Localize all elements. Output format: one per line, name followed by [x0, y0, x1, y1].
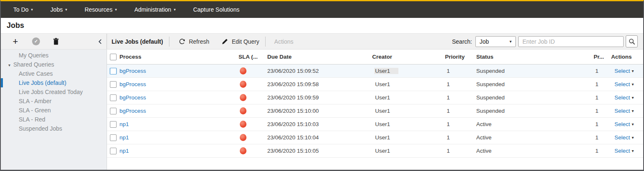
creator-cell: User1: [372, 134, 390, 141]
column-header-creator[interactable]: Creator: [372, 54, 445, 60]
process-link[interactable]: np1: [119, 121, 129, 127]
row-checkbox[interactable]: [110, 108, 117, 114]
pr-cell: 1: [594, 121, 599, 127]
select-all-checkbox[interactable]: [110, 54, 117, 60]
sidebar-query-item[interactable]: My Queries: [1, 51, 107, 60]
pr-cell: 1: [594, 81, 599, 87]
select-action-label: Select: [614, 134, 630, 141]
edit-query-button[interactable]: Edit Query: [222, 38, 259, 45]
nav-item-todo[interactable]: To Do ▾: [5, 1, 42, 18]
select-action-link[interactable]: Select: [614, 134, 630, 141]
sidebar-query-item[interactable]: SLA - Green: [1, 106, 107, 115]
process-link[interactable]: np1: [119, 148, 129, 154]
jobs-table: Process SLA (... Due Date Creator Priori…: [107, 50, 643, 170]
table-row: np1 23/06/2020 15:10:04 User1 1 Active 1…: [107, 131, 643, 144]
process-link[interactable]: bgProcess: [119, 81, 146, 87]
chevron-down-icon: ▾: [632, 69, 634, 73]
refresh-button[interactable]: Refresh: [179, 38, 209, 45]
pr-cell: 1: [594, 134, 599, 141]
content-body: My Queries ▾ Shared Queries Active Cases…: [1, 50, 643, 170]
search-type-dropdown[interactable]: Job ▾: [475, 36, 516, 47]
column-header-pr[interactable]: Pr...: [593, 54, 611, 60]
nav-item-jobs[interactable]: Jobs ▾: [42, 1, 76, 18]
status-cell: Suspended: [476, 108, 593, 114]
column-header-status[interactable]: Status: [476, 54, 593, 60]
select-action-link[interactable]: Select: [614, 81, 630, 87]
priority-cell: 1: [445, 68, 450, 74]
expand-caret-icon[interactable]: ▾: [8, 63, 10, 67]
sidebar-query-item[interactable]: Live Jobs Created Today: [1, 87, 107, 97]
search-type-value: Job: [480, 38, 489, 45]
status-cell: Active: [476, 134, 593, 141]
process-link[interactable]: bgProcess: [119, 94, 146, 101]
status-cell: Active: [476, 148, 593, 154]
priority-cell: 1: [445, 81, 450, 87]
toolbar-main-group: Live Jobs (default) Refresh Edit Query A…: [107, 34, 643, 49]
creator-cell: User1: [374, 68, 398, 74]
column-header-due-date[interactable]: Due Date: [267, 54, 372, 60]
sidebar-query-item[interactable]: Live Jobs (default): [1, 78, 107, 87]
chevron-down-icon: ▾: [632, 135, 634, 140]
sidebar-query-item[interactable]: Active Cases: [1, 69, 107, 78]
nav-item-label: Capture Solutions: [193, 6, 239, 13]
toolbar-left-group: + ✓: [1, 34, 107, 49]
sidebar-query-item[interactable]: SLA - Red: [1, 115, 107, 124]
delete-button[interactable]: [53, 38, 59, 45]
refresh-label: Refresh: [189, 38, 209, 45]
collapse-sidebar-button[interactable]: [98, 34, 102, 49]
status-cell: Suspended: [476, 94, 593, 101]
select-action-link[interactable]: Select: [614, 68, 630, 74]
select-action-link[interactable]: Select: [614, 108, 630, 114]
pencil-icon: [222, 38, 228, 45]
column-header-process[interactable]: Process: [119, 54, 238, 60]
check-icon: ✓: [34, 39, 38, 44]
process-link[interactable]: np1: [119, 134, 129, 141]
select-action-link[interactable]: Select: [614, 121, 630, 127]
table-body: bgProcess 23/06/2020 15:09:52 User1 1 Su…: [107, 64, 643, 158]
sidebar-query-item[interactable]: ▾ Shared Queries: [1, 60, 107, 69]
select-action-label: Select: [614, 108, 630, 114]
creator-cell: User1: [372, 108, 390, 114]
search-button[interactable]: [626, 35, 638, 47]
row-checkbox[interactable]: [110, 81, 117, 88]
process-link[interactable]: bgProcess: [119, 68, 146, 74]
nav-item-administration[interactable]: Administration ▾: [126, 1, 184, 18]
nav-item-label: Jobs: [50, 6, 63, 13]
table-row: bgProcess 23/06/2020 15:10:00 User1 1 Su…: [107, 104, 643, 118]
sidebar-item-label: Shared Queries: [13, 61, 54, 68]
check-circle-button[interactable]: ✓: [32, 37, 40, 45]
row-checkbox[interactable]: [110, 94, 117, 101]
search-input[interactable]: [518, 36, 624, 47]
status-cell: Suspended: [476, 68, 593, 74]
sla-red-dot-icon: [240, 81, 246, 88]
sidebar-query-item[interactable]: SLA - Amber: [1, 97, 107, 106]
chevron-down-icon: ▾: [115, 7, 117, 12]
column-header-priority[interactable]: Priority: [445, 54, 476, 60]
process-link[interactable]: bgProcess: [119, 108, 146, 114]
sidebar-item-label: Live Jobs Created Today: [19, 89, 83, 95]
priority-cell: 1: [445, 121, 450, 127]
sla-red-dot-icon: [240, 94, 246, 101]
sla-red-dot-icon: [240, 121, 246, 128]
column-header-actions[interactable]: Actions: [611, 54, 643, 60]
nav-item-resources[interactable]: Resources ▾: [76, 1, 125, 18]
select-action-link[interactable]: Select: [614, 94, 630, 101]
sidebar-item-label: Active Cases: [19, 70, 53, 77]
select-action-link[interactable]: Select: [614, 148, 630, 154]
chevron-down-icon: ▾: [510, 39, 512, 44]
actions-button-disabled[interactable]: Actions: [274, 38, 293, 45]
select-action-label: Select: [614, 121, 630, 127]
select-action-label: Select: [614, 68, 630, 74]
column-header-sla[interactable]: SLA (...: [238, 54, 267, 60]
nav-item-capture-solutions[interactable]: Capture Solutions: [184, 1, 248, 18]
page-title: Jobs: [1, 18, 643, 33]
row-checkbox[interactable]: [110, 148, 117, 154]
row-checkbox[interactable]: [110, 121, 117, 128]
row-checkbox[interactable]: [110, 68, 117, 74]
select-action-label: Select: [614, 81, 630, 87]
add-query-button[interactable]: +: [12, 36, 19, 47]
sla-red-dot-icon: [240, 134, 246, 141]
sidebar-query-item[interactable]: Suspended Jobs: [1, 124, 107, 133]
chevron-down-icon: ▾: [632, 109, 634, 113]
row-checkbox[interactable]: [110, 134, 117, 141]
